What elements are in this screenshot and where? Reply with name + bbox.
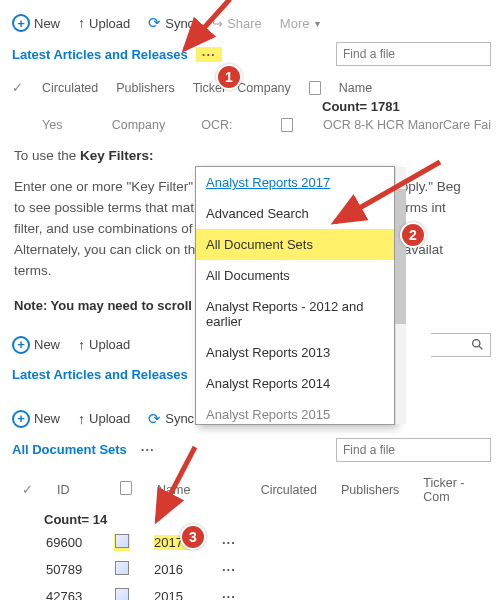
file-icon: [281, 118, 293, 132]
select-all-check-3[interactable]: ✓: [22, 482, 33, 497]
file-type-icon: [120, 481, 132, 495]
column-headers-1: ✓ Circulated Publishers Ticker - Company…: [12, 74, 491, 99]
table-row[interactable]: 69600 2017 ···: [12, 529, 491, 556]
sync-button-3[interactable]: ⟳Sync: [148, 410, 194, 428]
row-menu-ellipsis[interactable]: ···: [222, 535, 236, 550]
svg-line-8: [157, 447, 195, 520]
row-id: 69600: [46, 535, 90, 550]
col-ticker-3[interactable]: Ticker - Com: [423, 476, 485, 504]
svg-line-3: [335, 162, 440, 222]
docset-icon: [115, 588, 129, 600]
search-input-3[interactable]: [343, 443, 493, 457]
search-icon[interactable]: [471, 338, 484, 351]
new-button[interactable]: +New: [12, 14, 60, 32]
search-box-3[interactable]: [336, 438, 491, 462]
row-name[interactable]: 2015: [154, 589, 198, 600]
dd-item-analyst-2014[interactable]: Analyst Reports 2014: [196, 368, 394, 399]
count-row-1: Count= 1781: [12, 99, 491, 118]
plus-icon: +: [12, 410, 30, 428]
dd-item-analyst-2013[interactable]: Analyst Reports 2013: [196, 337, 394, 368]
select-all-check[interactable]: ✓: [12, 80, 24, 95]
table-row[interactable]: 50789 2016 ···: [12, 556, 491, 583]
svg-point-4: [473, 340, 480, 347]
dd-item-analyst-2012-earlier[interactable]: Analyst Reports - 2012 and earlier: [196, 291, 394, 337]
upload-icon: ↑: [78, 15, 85, 31]
row-id: 50789: [46, 562, 90, 577]
callout-1: 1: [216, 64, 242, 90]
docset-icon: [115, 534, 129, 548]
upload-icon: ↑: [78, 337, 85, 353]
file-type-icon: [309, 81, 321, 95]
column-headers-3: ✓ ID Name Circulated Publishers Ticker -…: [12, 470, 491, 508]
sync-icon: ⟳: [148, 410, 161, 428]
chevron-down-icon: ▾: [315, 18, 320, 29]
upload-button[interactable]: ↑Upload: [78, 15, 130, 31]
dd-item-analyst-2015[interactable]: Analyst Reports 2015: [196, 399, 394, 424]
svg-line-5: [479, 346, 482, 349]
upload-button-2[interactable]: ↑Upload: [78, 337, 130, 353]
svg-line-0: [185, 0, 230, 49]
search-box-1[interactable]: [336, 42, 491, 66]
table-row[interactable]: 42763 2015 ···: [12, 583, 491, 600]
docset-icon: [115, 561, 129, 575]
row-name[interactable]: 2016: [154, 562, 198, 577]
col-id[interactable]: ID: [57, 483, 95, 497]
new-button-2[interactable]: +New: [12, 336, 60, 354]
col-publishers[interactable]: Publishers: [116, 81, 174, 95]
row-menu-ellipsis[interactable]: ···: [222, 589, 236, 600]
search-box-2-partial[interactable]: [431, 333, 491, 357]
col-publishers-3[interactable]: Publishers: [341, 483, 399, 497]
callout-3: 3: [180, 524, 206, 550]
new-button-3[interactable]: +New: [12, 410, 60, 428]
callout-2: 2: [400, 222, 426, 248]
row-menu-ellipsis[interactable]: ···: [222, 562, 236, 577]
plus-icon: +: [12, 14, 30, 32]
col-circulated-3[interactable]: Circulated: [261, 483, 317, 497]
view-title-2[interactable]: Latest Articles and Releases: [12, 367, 188, 382]
count-row-3: Count= 14: [12, 508, 491, 529]
view-title-3[interactable]: All Document Sets: [12, 442, 127, 457]
plus-icon: +: [12, 336, 30, 354]
col-circulated[interactable]: Circulated: [42, 81, 98, 95]
col-ticker[interactable]: Ticker - Company: [193, 81, 291, 95]
dd-item-all-documents[interactable]: All Documents: [196, 260, 394, 291]
more-button[interactable]: More▾: [280, 16, 321, 31]
upload-icon: ↑: [78, 411, 85, 427]
upload-button-3[interactable]: ↑Upload: [78, 411, 130, 427]
search-input-1[interactable]: [343, 47, 493, 61]
data-row-preview: Yes Company OCR: OCR 8-K HCR ManorCare F…: [12, 118, 491, 132]
row-id: 42763: [46, 589, 90, 600]
col-name[interactable]: Name: [339, 81, 372, 95]
